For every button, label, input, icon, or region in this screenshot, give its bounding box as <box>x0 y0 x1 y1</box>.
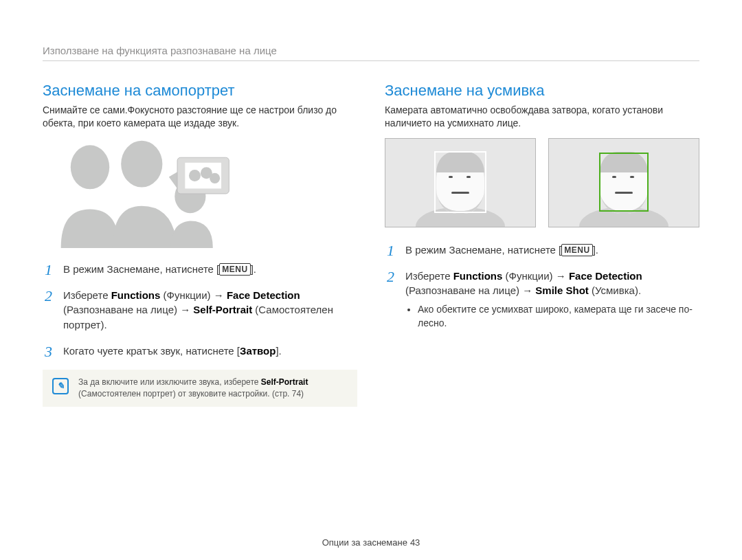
face-frame-2 <box>548 138 699 227</box>
menu-label: MENU <box>561 244 592 256</box>
step-1: В режим Заснемане, натиснете [MENU]. <box>385 243 699 258</box>
note-box: ✎ За да включите или изключите звука, из… <box>43 370 357 407</box>
svg-point-1 <box>121 141 162 188</box>
svg-point-0 <box>71 145 109 189</box>
page-footer: Опции за заснемане43 <box>0 537 742 548</box>
focus-box-white <box>434 151 486 213</box>
step-2: Изберете Functions (Функции) → Face Dete… <box>385 269 699 331</box>
step-2-bullet: Ако обектите се усмихват широко, камерат… <box>418 302 699 331</box>
steps-self-portrait: В режим Заснемане, натиснете [MENU]. Изб… <box>43 262 357 359</box>
heading-smile: Заснемане на усмивка <box>385 82 699 100</box>
step-3: Когато чуете кратък звук, натиснете [Зат… <box>43 344 357 359</box>
menu-label: MENU <box>219 263 250 276</box>
face-frame-1 <box>385 138 536 227</box>
svg-point-7 <box>210 173 220 183</box>
steps-smile: В режим Заснемане, натиснете [MENU]. Изб… <box>385 243 699 331</box>
heading-self-portrait: Заснемане на самопортрет <box>43 82 357 100</box>
right-column: Заснемане на усмивка Камерата автоматичн… <box>385 82 699 407</box>
breadcrumb: Използване на функцията разпознаване на … <box>43 45 699 61</box>
illustration-self-portrait <box>43 138 357 248</box>
left-column: Заснемане на самопортрет Снимайте се сам… <box>43 82 357 407</box>
focus-box-green <box>599 153 649 212</box>
step-1: В режим Заснемане, натиснете [MENU]. <box>43 262 357 277</box>
step-2: Изберете Functions (Функции) → Face Dete… <box>43 288 357 333</box>
intro-self-portrait: Снимайте се сами.Фокусното разстояние ще… <box>43 104 357 130</box>
svg-point-5 <box>189 170 201 181</box>
note-icon: ✎ <box>52 378 69 394</box>
smile-illustrations <box>385 138 699 227</box>
intro-smile: Камерата автоматично освобождава затвора… <box>385 104 699 130</box>
